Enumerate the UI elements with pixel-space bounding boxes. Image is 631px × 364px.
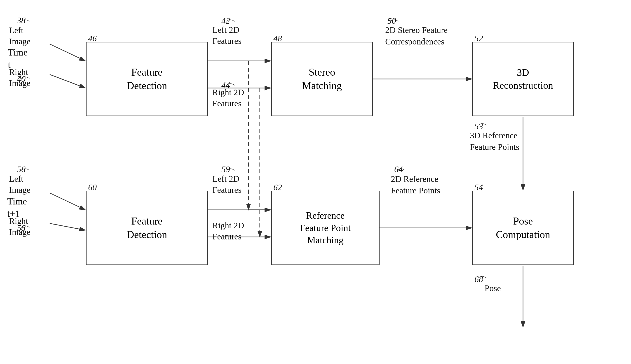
svg-line-9 [50,224,85,230]
stereo-correspondences-label: 2D Stereo FeatureCorrespondences [385,24,448,48]
3d-ref-points-label: 3D ReferenceFeature Points [470,130,519,153]
ref46-label: 46 [88,34,97,43]
svg-line-2 [50,44,85,61]
time-t1-label: Timet+1 [7,195,27,220]
time-t-label: Timet [8,46,28,71]
2d-ref-points-label: 2D ReferenceFeature Points [391,173,440,196]
left-image-bot-label: LeftImage [9,173,31,196]
right-2d-top-label: Right 2DFeatures [212,87,244,109]
ref68-label: 68 [474,274,483,284]
feature-detection-bot-label: FeatureDetection [127,214,167,242]
ref-feature-matching-label: ReferenceFeature PointMatching [300,210,351,246]
ref60-label: 60 [88,182,97,192]
ref38-label: 38 [17,15,26,25]
diagram: FeatureDetection StereoMatching 3DRecons… [0,0,631,364]
svg-line-3 [50,74,85,88]
reconstruction-3d-label: 3DReconstruction [493,66,553,92]
pose-label: Pose [485,283,501,293]
left-2d-bot-label: Left 2DFeatures [212,173,241,196]
stereo-matching-label: StereoMatching [302,66,342,92]
ref62-label: 62 [273,182,282,192]
ref52-label: 52 [474,34,483,43]
ref-feature-matching-box: ReferenceFeature PointMatching [271,191,380,265]
ref54-label: 54 [474,182,483,192]
pose-computation-box: PoseComputation [472,191,574,265]
reconstruction-3d-box: 3DReconstruction [472,42,574,116]
feature-detection-top-box: FeatureDetection [86,42,208,116]
ref59-label: 59 [221,164,230,174]
left-2d-top-label: Left 2DFeatures [212,24,241,47]
ref64-label: 64 [394,164,403,174]
right-2d-bot-label: Right 2DFeatures [212,220,244,242]
ref56-label: 56 [17,164,26,174]
svg-line-8 [50,193,85,210]
pose-computation-label: PoseComputation [496,214,550,242]
left-image-top-label: LeftImage [9,25,31,47]
feature-detection-top-label: FeatureDetection [127,66,167,92]
stereo-matching-box: StereoMatching [271,42,373,116]
ref48-label: 48 [273,34,282,43]
feature-detection-bot-box: FeatureDetection [86,191,208,265]
